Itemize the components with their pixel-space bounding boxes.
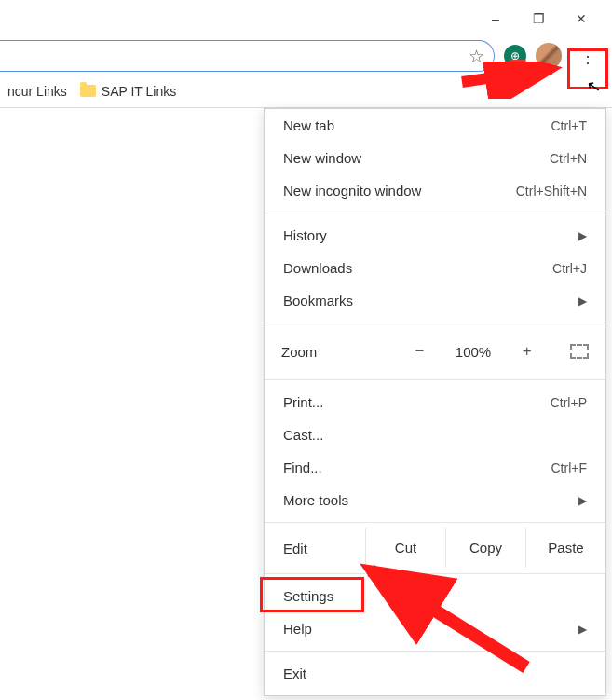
- menu-label: Find...: [283, 460, 551, 475]
- menu-separator: [265, 379, 605, 380]
- paste-button[interactable]: Paste: [525, 528, 605, 568]
- menu-separator: [265, 522, 605, 523]
- menu-shortcut: Ctrl+J: [552, 261, 587, 276]
- extension-off-badge: Off: [510, 60, 526, 71]
- menu-zoom-row: Zoom − 100% +: [265, 329, 605, 374]
- window-controls: – ❐ ✕: [0, 0, 612, 37]
- menu-help[interactable]: Help ▶: [265, 612, 605, 645]
- menu-label: New window: [283, 150, 550, 166]
- toolbar: ☆ ⊕ Off ⋮: [0, 37, 612, 75]
- submenu-arrow-icon: ▶: [578, 229, 587, 242]
- menu-shortcut: Ctrl+P: [551, 395, 587, 410]
- menu-print[interactable]: Print... Ctrl+P: [265, 386, 605, 419]
- bookmark-folder[interactable]: ncur Links: [7, 84, 67, 99]
- zoom-out-button[interactable]: −: [384, 342, 456, 361]
- menu-new-tab[interactable]: New tab Ctrl+T: [265, 109, 605, 142]
- menu-exit[interactable]: Exit: [265, 657, 605, 690]
- menu-find[interactable]: Find... Ctrl+F: [265, 451, 605, 484]
- menu-cast[interactable]: Cast...: [265, 419, 605, 451]
- folder-icon: [80, 85, 96, 97]
- menu-label: Settings: [283, 588, 587, 604]
- chrome-menu: New tab Ctrl+T New window Ctrl+N New inc…: [264, 108, 606, 696]
- menu-label: Print...: [283, 394, 551, 410]
- menu-shortcut: Ctrl+F: [551, 460, 588, 475]
- menu-label: Help: [283, 621, 578, 637]
- zoom-in-button[interactable]: +: [491, 342, 563, 361]
- menu-label: History: [283, 227, 578, 243]
- menu-separator: [265, 651, 605, 652]
- restore-button[interactable]: ❐: [517, 4, 560, 34]
- fullscreen-icon[interactable]: [570, 344, 589, 359]
- copy-button[interactable]: Copy: [445, 528, 525, 568]
- zoom-value: 100%: [456, 344, 491, 360]
- bookmark-star-icon[interactable]: ☆: [469, 46, 484, 67]
- bookmark-label: ncur Links: [7, 84, 67, 99]
- menu-label: New incognito window: [283, 183, 516, 199]
- menu-incognito[interactable]: New incognito window Ctrl+Shift+N: [265, 174, 605, 207]
- vertical-dots-icon: ⋮: [578, 47, 595, 65]
- minimize-button[interactable]: –: [474, 4, 517, 34]
- close-button[interactable]: ✕: [560, 4, 603, 34]
- menu-more-tools[interactable]: More tools ▶: [265, 484, 605, 516]
- cut-button[interactable]: Cut: [365, 528, 445, 568]
- menu-downloads[interactable]: Downloads Ctrl+J: [265, 252, 605, 284]
- menu-new-window[interactable]: New window Ctrl+N: [265, 142, 605, 174]
- menu-separator: [265, 573, 605, 574]
- menu-shortcut: Ctrl+Shift+N: [516, 184, 587, 199]
- bookmark-folder[interactable]: SAP IT Links: [80, 84, 176, 99]
- menu-label: Downloads: [283, 260, 552, 276]
- menu-label: Exit: [283, 666, 587, 681]
- menu-history[interactable]: History ▶: [265, 219, 605, 252]
- extension-icon[interactable]: ⊕ Off: [504, 45, 526, 67]
- menu-label: New tab: [283, 117, 551, 133]
- menu-bookmarks[interactable]: Bookmarks ▶: [265, 284, 605, 317]
- menu-separator: [265, 213, 605, 213]
- submenu-arrow-icon: ▶: [578, 295, 587, 308]
- menu-shortcut: Ctrl+T: [551, 118, 588, 133]
- profile-avatar[interactable]: [536, 43, 562, 69]
- menu-label: Edit: [283, 541, 365, 556]
- menu-label: More tools: [283, 492, 578, 508]
- more-menu-button[interactable]: ⋮: [569, 38, 605, 74]
- bookmark-label: SAP IT Links: [102, 84, 176, 99]
- submenu-arrow-icon: ▶: [578, 494, 587, 507]
- bookmarks-bar: ncur Links SAP IT Links: [0, 75, 612, 108]
- menu-settings[interactable]: Settings: [265, 580, 605, 612]
- menu-edit-row: Edit Cut Copy Paste: [265, 528, 605, 568]
- menu-separator: [265, 323, 605, 323]
- menu-label: Bookmarks: [283, 293, 578, 309]
- menu-label: Zoom: [281, 344, 384, 360]
- submenu-arrow-icon: ▶: [578, 623, 587, 636]
- menu-label: Cast...: [283, 427, 587, 443]
- address-bar[interactable]: ☆: [0, 40, 495, 72]
- menu-shortcut: Ctrl+N: [550, 151, 587, 166]
